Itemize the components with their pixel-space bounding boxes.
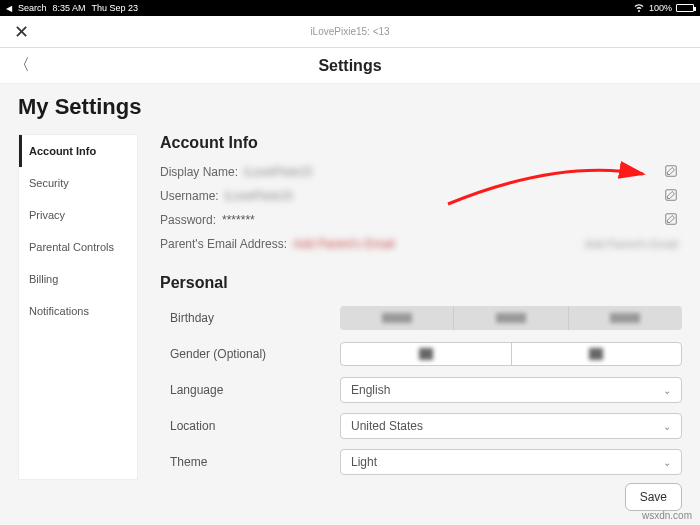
- sidebar-item-account-info[interactable]: Account Info: [19, 135, 137, 167]
- theme-select[interactable]: Light ⌄: [340, 449, 682, 475]
- password-row: Password: *******: [160, 208, 682, 232]
- gender-row: Gender (Optional): [160, 336, 682, 372]
- status-back-app[interactable]: Search: [18, 3, 47, 13]
- username-value: iLovePixie15: [225, 189, 293, 203]
- sidebar-item-security[interactable]: Security: [19, 167, 137, 199]
- settings-main: Account Info Display Name: iLovePixie15 …: [138, 134, 682, 480]
- edit-username-icon[interactable]: [664, 188, 678, 205]
- status-date: Thu Sep 23: [92, 3, 139, 13]
- edit-password-icon[interactable]: [664, 212, 678, 229]
- title-bar: 〈 Settings: [0, 48, 700, 84]
- location-value: United States: [351, 419, 423, 433]
- back-chevron-icon[interactable]: 〈: [14, 55, 30, 76]
- sidebar-item-notifications[interactable]: Notifications: [19, 295, 137, 327]
- status-bar: ◀ Search 8:35 AM Thu Sep 23 100%: [0, 0, 700, 16]
- settings-sidebar: Account Info Security Privacy Parental C…: [18, 134, 138, 480]
- language-label: Language: [160, 383, 340, 397]
- modal-subtitle: iLovePixie15: <13: [310, 26, 389, 37]
- chevron-down-icon: ⌄: [663, 385, 671, 396]
- battery-icon: [676, 4, 694, 12]
- theme-row: Theme Light ⌄: [160, 444, 682, 480]
- modal-header: ✕ iLovePixie15: <13: [0, 16, 700, 48]
- parent-email-link[interactable]: Add Parent's Email: [293, 237, 395, 251]
- parent-email-label: Parent's Email Address:: [160, 237, 287, 251]
- birthday-segmented[interactable]: [340, 306, 682, 330]
- sidebar-item-privacy[interactable]: Privacy: [19, 199, 137, 231]
- birthday-row: Birthday: [160, 300, 682, 336]
- location-select[interactable]: United States ⌄: [340, 413, 682, 439]
- personal-heading: Personal: [160, 274, 682, 292]
- status-time: 8:35 AM: [53, 3, 86, 13]
- password-label: Password:: [160, 213, 216, 227]
- wifi-icon: [633, 1, 645, 15]
- location-row: Location United States ⌄: [160, 408, 682, 444]
- sidebar-item-billing[interactable]: Billing: [19, 263, 137, 295]
- display-name-row: Display Name: iLovePixie15: [160, 160, 682, 184]
- parent-email-right[interactable]: Add Parent's Email: [585, 238, 678, 250]
- account-info-heading: Account Info: [160, 134, 682, 152]
- close-icon[interactable]: ✕: [14, 21, 29, 43]
- watermark: wsxdn.com: [642, 510, 692, 521]
- location-label: Location: [160, 419, 340, 433]
- language-value: English: [351, 383, 390, 397]
- page-heading: My Settings: [18, 94, 682, 120]
- theme-label: Theme: [160, 455, 340, 469]
- display-name-value: iLovePixie15: [244, 165, 312, 179]
- theme-value: Light: [351, 455, 377, 469]
- language-select[interactable]: English ⌄: [340, 377, 682, 403]
- username-label: Username:: [160, 189, 219, 203]
- chevron-down-icon: ⌄: [663, 421, 671, 432]
- sidebar-item-parental-controls[interactable]: Parental Controls: [19, 231, 137, 263]
- back-triangle-icon: ◀: [6, 4, 12, 13]
- gender-segmented[interactable]: [340, 342, 682, 366]
- gender-label: Gender (Optional): [160, 347, 340, 361]
- language-row: Language English ⌄: [160, 372, 682, 408]
- chevron-down-icon: ⌄: [663, 457, 671, 468]
- save-button[interactable]: Save: [625, 483, 682, 511]
- battery-percent: 100%: [649, 3, 672, 13]
- password-value: *******: [222, 213, 255, 227]
- parent-email-row: Parent's Email Address: Add Parent's Ema…: [160, 232, 682, 256]
- birthday-label: Birthday: [160, 311, 340, 325]
- username-row: Username: iLovePixie15: [160, 184, 682, 208]
- edit-display-name-icon[interactable]: [664, 164, 678, 181]
- display-name-label: Display Name:: [160, 165, 238, 179]
- page-title: Settings: [0, 57, 700, 75]
